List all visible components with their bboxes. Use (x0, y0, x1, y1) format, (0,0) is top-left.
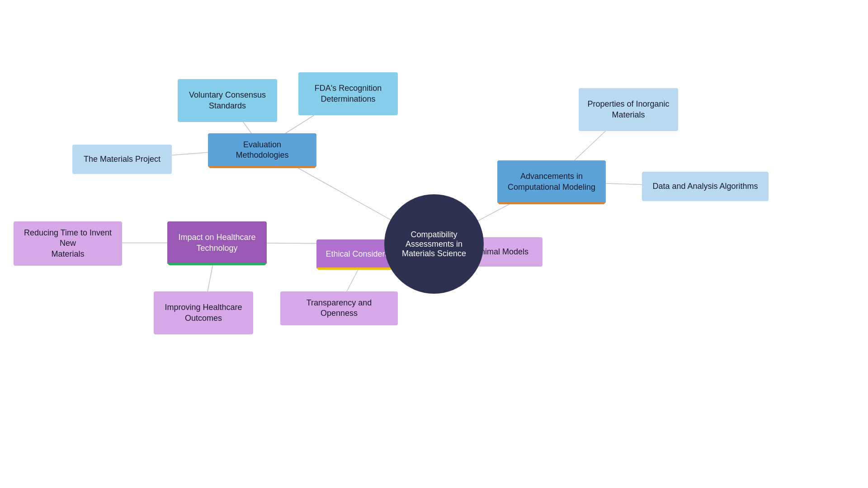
node-impact-healthcare: Impact on Healthcare Technology (167, 221, 267, 264)
svg-line-5 (286, 115, 314, 133)
node-label-materials-project: The Materials Project (84, 154, 160, 164)
node-bar-impact-healthcare (168, 263, 266, 265)
node-label-fda-recognition: FDA's Recognition Determinations (315, 83, 382, 104)
node-voluntary-consensus: Voluntary Consensus Standards (178, 79, 277, 122)
node-evaluation-methodologies: Evaluation Methodologies (208, 133, 316, 167)
center-node: Compatibility Assessments in Materials S… (384, 194, 484, 294)
mind-map-container: Compatibility Assessments in Materials S… (0, 0, 868, 488)
node-label-impact-healthcare: Impact on Healthcare Technology (178, 232, 255, 253)
node-fda-recognition: FDA's Recognition Determinations (298, 72, 398, 115)
node-label-improving-healthcare: Improving Healthcare Outcomes (165, 302, 242, 324)
node-materials-project: The Materials Project (72, 145, 172, 174)
node-label-advancements-comp: Advancements in Computational Modeling (508, 171, 595, 192)
svg-line-6 (172, 152, 208, 155)
node-reducing-time: Reducing Time to Invent New Materials (14, 221, 122, 266)
svg-line-0 (288, 163, 391, 220)
svg-line-7 (575, 131, 606, 160)
node-bar-advancements-comp (498, 202, 605, 204)
node-label-voluntary-consensus: Voluntary Consensus Standards (189, 90, 266, 111)
node-advancements-comp: Advancements in Computational Modeling (497, 160, 606, 203)
svg-line-1 (478, 203, 511, 221)
node-transparency: Transparency and Openness (280, 291, 398, 325)
svg-line-10 (208, 264, 213, 291)
svg-line-12 (347, 269, 359, 291)
node-label-reducing-time: Reducing Time to Invent New Materials (22, 228, 114, 259)
node-data-analysis: Data and Analysis Algorithms (642, 172, 769, 201)
node-label-properties-inorganic: Properties of Inorganic Materials (587, 99, 669, 120)
node-improving-healthcare: Improving Healthcare Outcomes (154, 291, 253, 334)
node-label-evaluation-methodologies: Evaluation Methodologies (216, 140, 308, 161)
node-properties-inorganic: Properties of Inorganic Materials (579, 88, 678, 131)
svg-line-8 (606, 183, 642, 184)
node-bar-evaluation-methodologies (209, 166, 316, 168)
svg-line-4 (243, 122, 251, 133)
node-label-data-analysis: Data and Analysis Algorithms (652, 181, 758, 192)
node-label-transparency: Transparency and Openness (288, 298, 390, 319)
